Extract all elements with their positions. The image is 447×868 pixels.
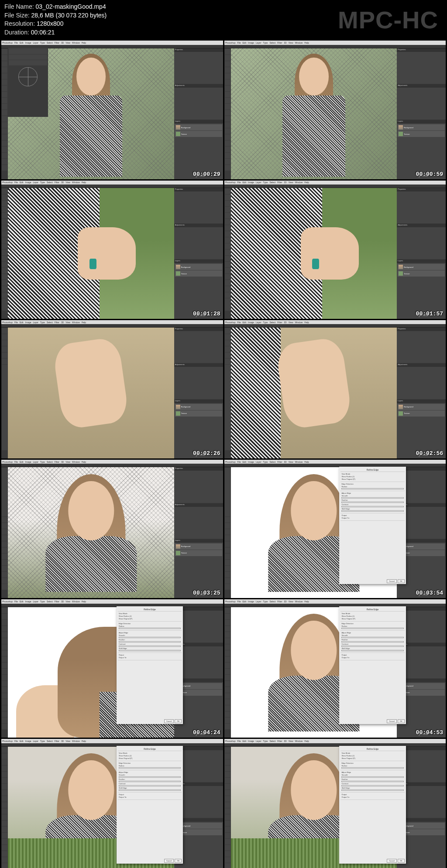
menu-item[interactable]: Edit (20, 461, 24, 463)
menu-item[interactable]: Photoshop (225, 740, 236, 742)
tool-button[interactable] (225, 432, 230, 437)
tool-button[interactable] (2, 79, 7, 85)
refine-edge-dialog[interactable]: Refine Edge View Mode Show Radius (J) Sh… (117, 606, 183, 724)
tool-button[interactable] (225, 359, 230, 364)
tool-button[interactable] (2, 480, 7, 485)
cancel-button[interactable]: Cancel (387, 579, 396, 583)
refine-slider[interactable] (341, 646, 403, 647)
tool-button[interactable] (2, 383, 7, 389)
tool-button[interactable] (2, 92, 7, 97)
tool-button[interactable] (225, 110, 230, 116)
menu-item[interactable]: Layer (33, 461, 39, 463)
cancel-button[interactable]: Cancel (164, 719, 174, 723)
tool-button[interactable] (225, 225, 230, 231)
tool-button[interactable] (2, 510, 7, 516)
tool-button[interactable] (2, 389, 7, 395)
menu-item[interactable]: Type (263, 600, 268, 603)
layer-row[interactable]: Texture (398, 270, 445, 277)
tool-button[interactable] (225, 67, 230, 73)
menu-item[interactable]: Window (295, 181, 303, 184)
tool-button[interactable] (2, 352, 7, 358)
menu-item[interactable]: Select (47, 461, 53, 463)
tool-button[interactable] (225, 560, 230, 565)
refine-slider[interactable] (341, 637, 403, 638)
menu-item[interactable]: 3D (61, 740, 64, 742)
tool-button[interactable] (225, 49, 230, 55)
tool-button[interactable] (2, 711, 7, 717)
video-thumbnail[interactable]: PhotoshopFileEditImageLayerTypeSelectFil… (1, 739, 223, 868)
tool-button[interactable] (225, 681, 230, 687)
tool-button[interactable] (225, 784, 230, 789)
tool-button[interactable] (225, 159, 230, 164)
menu-item[interactable]: Layer (256, 181, 261, 184)
tool-button[interactable] (2, 718, 7, 723)
tool-button[interactable] (2, 675, 7, 680)
menu-item[interactable]: Photoshop (2, 600, 13, 603)
menu-item[interactable]: 3D (61, 600, 64, 603)
tool-button[interactable] (2, 432, 7, 437)
tool-button[interactable] (225, 334, 230, 340)
tool-button[interactable] (225, 626, 230, 632)
tool-button[interactable] (225, 747, 230, 753)
menu-item[interactable]: Layer (33, 600, 39, 603)
video-thumbnail[interactable]: PhotoshopFileEditImageLayerTypeSelectFil… (1, 460, 223, 598)
menu-item[interactable]: Window (72, 461, 80, 463)
tool-button[interactable] (2, 517, 7, 523)
video-thumbnail[interactable]: PhotoshopFileEditImageLayerTypeSelectFil… (1, 320, 223, 458)
tool-button[interactable] (2, 256, 7, 261)
tool-button[interactable] (2, 213, 7, 219)
tool-button[interactable] (2, 195, 7, 200)
cancel-button[interactable]: Cancel (164, 859, 174, 863)
tool-button[interactable] (2, 420, 7, 425)
tool-button[interactable] (2, 438, 7, 444)
menu-item[interactable]: Edit (242, 321, 246, 324)
tool-button[interactable] (2, 67, 7, 73)
tool-button[interactable] (2, 857, 7, 863)
tool-button[interactable] (2, 753, 7, 759)
menu-item[interactable]: File (14, 600, 18, 603)
tool-button[interactable] (2, 650, 7, 656)
tool-button[interactable] (225, 389, 230, 395)
tool-button[interactable] (2, 207, 7, 212)
menu-item[interactable]: Help (82, 740, 86, 742)
menu-item[interactable]: Type (263, 181, 268, 184)
menu-item[interactable]: File (237, 181, 241, 184)
tool-button[interactable] (2, 371, 7, 376)
tool-button[interactable] (2, 724, 7, 729)
tool-button[interactable] (2, 225, 7, 231)
tool-button[interactable] (2, 395, 7, 401)
cancel-button[interactable]: Cancel (387, 859, 396, 863)
menu-item[interactable]: Select (47, 41, 53, 44)
menu-item[interactable]: 3D (284, 181, 286, 184)
tool-button[interactable] (2, 681, 7, 687)
tool-button[interactable] (225, 790, 230, 796)
menu-item[interactable]: Select (269, 740, 275, 742)
tool-button[interactable] (2, 523, 7, 529)
tool-button[interactable] (225, 92, 230, 97)
tool-button[interactable] (2, 620, 7, 625)
tool-button[interactable] (225, 268, 230, 273)
tool-button[interactable] (2, 863, 7, 868)
tool-button[interactable] (2, 474, 7, 479)
menu-item[interactable]: File (237, 600, 241, 603)
tool-button[interactable] (225, 286, 230, 292)
tool-button[interactable] (225, 572, 230, 578)
tool-button[interactable] (2, 492, 7, 498)
menu-item[interactable]: File (14, 461, 18, 463)
tool-button[interactable] (2, 747, 7, 753)
tool-button[interactable] (2, 262, 7, 267)
tool-button[interactable] (2, 426, 7, 431)
refine-slider[interactable] (119, 789, 181, 791)
refine-edge-dialog[interactable]: Refine Edge View Mode Show Radius (J) Sh… (117, 746, 183, 864)
tool-button[interactable] (225, 426, 230, 431)
tool-button[interactable] (225, 523, 230, 529)
menu-item[interactable]: Help (82, 181, 86, 184)
menu-item[interactable]: Type (263, 321, 268, 324)
tool-button[interactable] (225, 656, 230, 662)
layer-row[interactable]: Background (175, 264, 222, 270)
menu-item[interactable]: View (289, 461, 293, 463)
menu-item[interactable]: View (289, 600, 293, 603)
menu-item[interactable]: View (65, 740, 70, 742)
menu-item[interactable]: Filter (277, 461, 282, 463)
layer-row[interactable]: Texture (175, 131, 222, 137)
